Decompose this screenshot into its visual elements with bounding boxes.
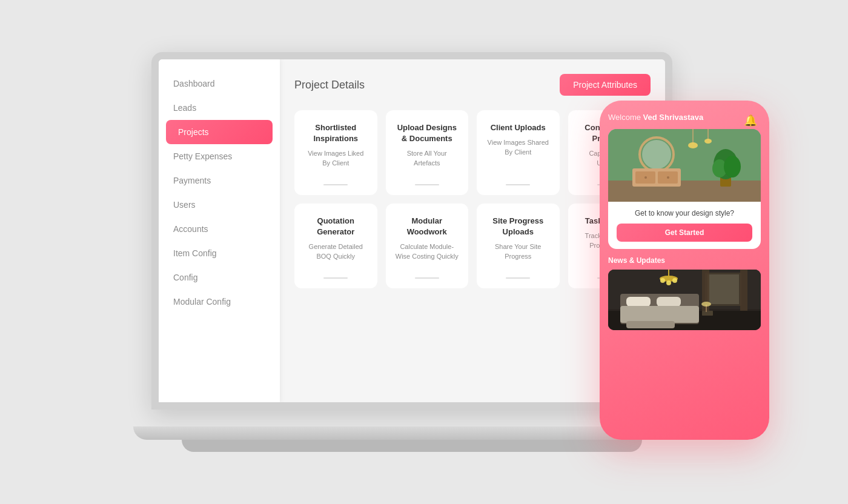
card-quotation-generator[interactable]: Quotation Generator Generate Detailed BO… <box>294 204 377 288</box>
card-title: Quotation Generator <box>304 216 368 237</box>
svg-rect-31 <box>657 297 681 307</box>
svg-rect-33 <box>626 321 675 328</box>
phone-card-body: Get to know your design style? Get Start… <box>608 202 761 249</box>
card-desc: Calculate Module-Wise Costing Quickly <box>396 242 459 271</box>
main-header: Project Details Project Attributes <box>294 74 651 96</box>
get-started-button[interactable]: Get Started <box>617 224 752 242</box>
laptop-foot <box>182 440 642 452</box>
bell-icon[interactable]: 🔔 <box>744 114 758 128</box>
svg-point-4 <box>642 140 671 169</box>
page-title: Project Details <box>294 79 365 91</box>
card-client-uploads[interactable]: Client Uploads View Images Shared By Cli… <box>477 110 560 195</box>
svg-rect-1 <box>608 129 761 184</box>
sidebar-item-item-config[interactable]: Item Config <box>159 241 280 265</box>
svg-point-38 <box>701 302 711 307</box>
sidebar-item-users[interactable]: Users <box>159 193 280 217</box>
design-card-caption: Get to know your design style? <box>617 209 752 217</box>
sidebar: Dashboard Leads Projects Petty Expenses … <box>159 59 280 402</box>
card-title: Client Uploads <box>486 122 550 133</box>
card-title: Shortlisted Inspirations <box>304 122 368 144</box>
card-shortlisted-inspirations[interactable]: Shortlisted Inspirations View Images Lik… <box>294 110 377 195</box>
card-divider <box>323 184 348 185</box>
phone-design-card[interactable]: Get to know your design style? Get Start… <box>608 129 761 249</box>
sidebar-item-config[interactable]: Config <box>159 265 280 290</box>
card-divider <box>323 277 348 279</box>
svg-point-13 <box>724 156 741 177</box>
phone-news-image[interactable] <box>608 270 761 330</box>
sidebar-item-leads[interactable]: Leads <box>159 96 280 120</box>
card-desc: Store All Your Artefacts <box>396 149 459 178</box>
card-upload-designs[interactable]: Upload Designs & Documents Store All You… <box>386 110 469 195</box>
svg-rect-2 <box>608 181 761 202</box>
svg-point-8 <box>644 176 647 179</box>
card-modular-woodwork[interactable]: Modular Woodwork Calculate Module-Wise C… <box>386 204 469 288</box>
card-divider <box>415 184 439 185</box>
phone-design-image <box>608 129 761 202</box>
svg-point-17 <box>704 139 712 144</box>
phone-welcome: Welcome Ved Shrivastava <box>608 113 761 122</box>
cards-grid: Shortlisted Inspirations View Images Lik… <box>294 110 651 288</box>
card-title: Upload Designs & Documents <box>396 122 459 144</box>
svg-point-15 <box>688 142 698 148</box>
svg-point-27 <box>672 278 677 283</box>
card-desc: Share Your Site Progress <box>486 242 550 271</box>
svg-rect-30 <box>626 297 651 307</box>
svg-point-9 <box>667 176 669 179</box>
svg-rect-22 <box>707 274 739 304</box>
svg-rect-36 <box>702 311 713 316</box>
card-desc: View Images Liked By Client <box>304 149 368 178</box>
card-site-progress[interactable]: Site Progress Uploads Share Your Site Pr… <box>477 204 560 288</box>
phone-mockup: Welcome Ved Shrivastava 🔔 <box>600 101 769 440</box>
svg-rect-32 <box>620 306 699 323</box>
card-desc: View Images Shared By Client <box>486 138 550 178</box>
project-attributes-button[interactable]: Project Attributes <box>560 74 651 96</box>
card-title: Site Progress Uploads <box>486 216 550 237</box>
sidebar-item-modular-config[interactable]: Modular Config <box>159 290 280 314</box>
sidebar-item-accounts[interactable]: Accounts <box>159 217 280 241</box>
sidebar-item-petty-expenses[interactable]: Petty Expenses <box>159 144 280 168</box>
phone-user-name: Ved Shrivastava <box>643 113 704 122</box>
card-title: Modular Woodwork <box>396 216 459 237</box>
svg-rect-35 <box>740 270 747 311</box>
sidebar-item-payments[interactable]: Payments <box>159 168 280 193</box>
card-desc: Generate Detailed BOQ Quickly <box>304 242 368 271</box>
card-divider <box>506 277 530 279</box>
svg-point-25 <box>660 278 665 283</box>
card-divider <box>415 277 439 279</box>
sidebar-item-projects[interactable]: Projects <box>166 120 273 144</box>
svg-point-26 <box>666 280 671 285</box>
sidebar-item-dashboard[interactable]: Dashboard <box>159 71 280 96</box>
news-section-title: News & Updates <box>608 256 761 265</box>
card-divider <box>506 184 530 185</box>
